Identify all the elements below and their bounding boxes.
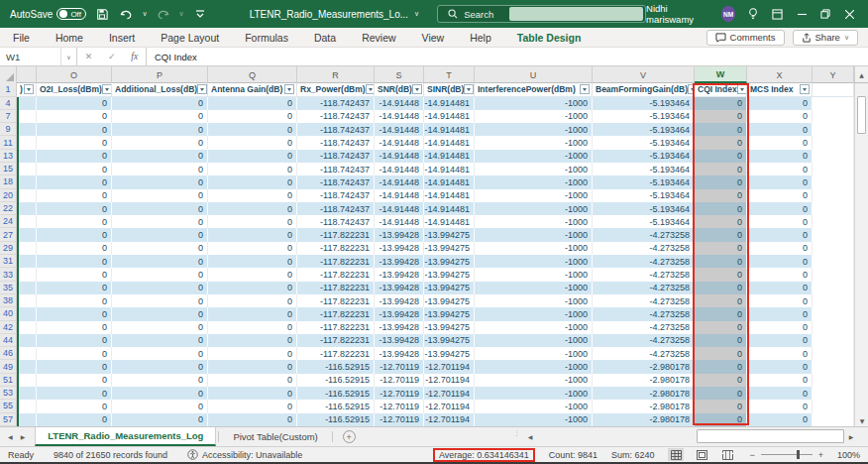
cell[interactable]: 0	[208, 123, 297, 136]
cell[interactable]: 0	[208, 97, 297, 110]
cell[interactable]: -12.701194	[424, 400, 475, 412]
cell[interactable]: -1000	[475, 268, 593, 281]
cell[interactable]: 0	[747, 110, 813, 123]
cell[interactable]: -118.742437	[297, 136, 375, 149]
comments-button[interactable]: Comments	[706, 30, 785, 46]
cell[interactable]: -116.52915	[297, 400, 375, 412]
enter-formula-icon[interactable]: ✓	[108, 52, 116, 61]
cell[interactable]: -1000	[475, 360, 593, 373]
cell[interactable]: -14.91448	[375, 110, 424, 123]
cell[interactable]: 0	[37, 215, 112, 228]
ribbon-tab-page-layout[interactable]: Page Layout	[148, 28, 232, 48]
cell[interactable]: -13.99428	[375, 268, 424, 281]
ribbon-tab-view[interactable]: View	[409, 28, 458, 48]
cell[interactable]: 0	[695, 150, 747, 163]
header-cell-MCS Index[interactable]: MCS Index	[747, 83, 813, 97]
cell[interactable]	[813, 242, 854, 255]
header-cell-)[interactable]: )	[17, 83, 37, 97]
cell[interactable]: 0	[112, 97, 208, 110]
cell[interactable]	[813, 321, 854, 334]
cell[interactable]	[17, 163, 37, 175]
cell[interactable]: -13.99428	[375, 242, 424, 255]
cell[interactable]: 0	[208, 175, 297, 188]
cell[interactable]	[17, 215, 37, 228]
avatar[interactable]: NM	[721, 6, 735, 22]
cell[interactable]: 0	[747, 374, 813, 387]
header-cell-Additional_Loss(dB)[interactable]: Additional_Loss(dB)	[112, 83, 208, 97]
column-letter-O[interactable]: O	[37, 66, 112, 83]
cell[interactable]: -4.273258	[593, 321, 695, 334]
cell[interactable]: -4.273258	[593, 294, 695, 307]
cell[interactable]: -14.91448	[375, 202, 424, 215]
cell[interactable]: 0	[747, 294, 813, 307]
cell[interactable]	[813, 189, 854, 202]
undo-chevron-icon[interactable]: ∨	[142, 10, 147, 18]
cell[interactable]	[17, 294, 37, 307]
row-number[interactable]: 27	[0, 228, 17, 241]
cell[interactable]: -14.914481	[424, 215, 475, 228]
filter-dropdown-icon[interactable]	[102, 84, 112, 94]
cell[interactable]: -14.914481	[424, 163, 475, 175]
cell[interactable]: 0	[747, 347, 813, 360]
cell[interactable]	[813, 97, 854, 110]
ribbon-tab-formulas[interactable]: Formulas	[232, 28, 301, 48]
cell[interactable]: 0	[695, 202, 747, 215]
insert-function-icon[interactable]: fx	[131, 52, 138, 61]
cell[interactable]: -14.91448	[375, 215, 424, 228]
lightbulb-icon[interactable]	[747, 7, 759, 21]
cell[interactable]: 0	[208, 282, 297, 294]
cell[interactable]: 0	[37, 307, 112, 320]
row-number[interactable]: 29	[0, 242, 17, 255]
header-cell-SNR(dB)[interactable]: SNR(dB)	[375, 83, 424, 97]
cell[interactable]: -14.914481	[424, 189, 475, 202]
cell[interactable]: -12.701194	[424, 374, 475, 387]
cell[interactable]: 0	[37, 255, 112, 268]
cell[interactable]	[813, 150, 854, 163]
cell[interactable]: -13.994275	[424, 228, 475, 241]
search-input[interactable]: Search	[437, 5, 646, 23]
cell[interactable]: -12.70119	[375, 400, 424, 412]
cell[interactable]: -12.70119	[375, 374, 424, 387]
cell[interactable]: -13.99428	[375, 282, 424, 294]
cell[interactable]: 0	[112, 387, 208, 400]
filter-dropdown-icon[interactable]	[284, 84, 294, 94]
row-number[interactable]: 42	[0, 321, 17, 334]
cell[interactable]: 0	[112, 307, 208, 320]
cell[interactable]	[17, 321, 37, 334]
cell[interactable]: 0	[747, 228, 813, 241]
cell[interactable]: 0	[208, 347, 297, 360]
column-letter-S[interactable]: S	[375, 66, 424, 83]
row-number[interactable]: 13	[0, 150, 17, 163]
cell[interactable]: -1000	[475, 334, 593, 347]
cell[interactable]: -1000	[475, 347, 593, 360]
cell[interactable]: -4.273258	[593, 282, 695, 294]
row-number[interactable]: 9	[0, 123, 17, 136]
cell[interactable]: -14.91448	[375, 136, 424, 149]
select-all-button[interactable]	[0, 66, 17, 83]
cell[interactable]: -14.914481	[424, 110, 475, 123]
cell[interactable]: 0	[112, 123, 208, 136]
vertical-scrollbar[interactable]: ▼	[854, 83, 868, 426]
row-number[interactable]: 4	[0, 97, 17, 110]
cell[interactable]: 0	[695, 215, 747, 228]
accessibility-status[interactable]: Accessibility: Unavailable	[202, 450, 302, 460]
cell[interactable]	[813, 387, 854, 400]
cell[interactable]: 0	[37, 202, 112, 215]
cell[interactable]: -1000	[475, 387, 593, 400]
cell[interactable]: 0	[37, 123, 112, 136]
cell[interactable]: -1000	[475, 123, 593, 136]
cell[interactable]: -1000	[475, 215, 593, 228]
cell[interactable]: -13.99428	[375, 255, 424, 268]
cell[interactable]: 0	[208, 215, 297, 228]
row-number[interactable]: 33	[0, 268, 17, 281]
cell[interactable]	[17, 413, 37, 426]
cell[interactable]: -14.914481	[424, 150, 475, 163]
cell[interactable]: 0	[112, 321, 208, 334]
cell[interactable]: -5.193464	[593, 163, 695, 175]
cell[interactable]: 0	[112, 255, 208, 268]
cell[interactable]	[17, 360, 37, 373]
row-number[interactable]: 1	[0, 83, 17, 97]
cell[interactable]: -116.52915	[297, 360, 375, 373]
cell[interactable]: 0	[112, 413, 208, 426]
cell[interactable]: 0	[747, 215, 813, 228]
